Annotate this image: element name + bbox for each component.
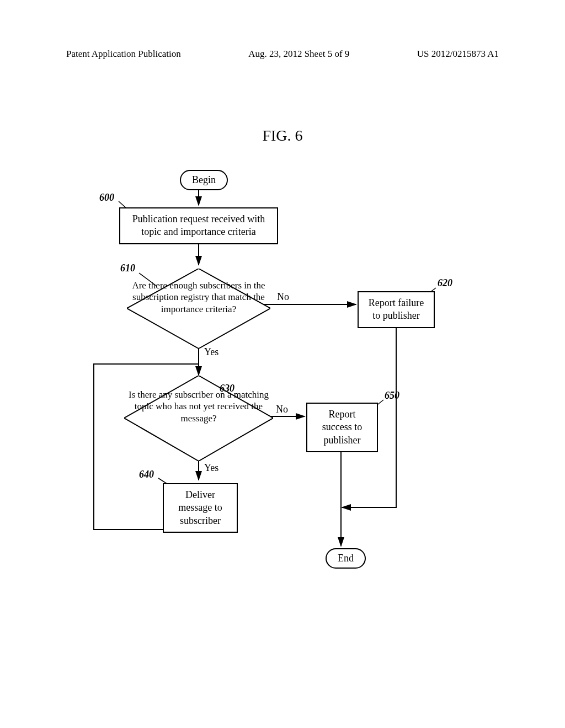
- page-header: Patent Application Publication Aug. 23, …: [0, 49, 565, 60]
- terminal-end: End: [326, 548, 366, 569]
- connectors: [0, 165, 565, 596]
- terminal-begin: Begin: [180, 170, 228, 190]
- header-right: US 2012/0215873 A1: [417, 49, 499, 60]
- header-left: Patent Application Publication: [66, 49, 181, 60]
- label-630-yes: Yes: [204, 462, 218, 474]
- ref-600: 600: [99, 192, 114, 204]
- ref-620: 620: [438, 277, 452, 289]
- decision-610: Are there enough subscribers in the subs…: [127, 273, 270, 315]
- flowchart: Begin Publication request received with …: [0, 165, 565, 596]
- label-610-no: No: [277, 291, 289, 303]
- ref-650: 650: [385, 390, 399, 402]
- ref-610: 610: [120, 263, 135, 274]
- label-610-yes: Yes: [204, 346, 218, 358]
- ref-640: 640: [139, 469, 154, 480]
- process-620: Report failure to publisher: [358, 291, 435, 328]
- process-650: Report success to publisher: [306, 403, 378, 452]
- header-middle: Aug. 23, 2012 Sheet 5 of 9: [248, 49, 349, 60]
- label-630-no: No: [276, 404, 288, 415]
- process-640: Deliver message to subscriber: [163, 483, 238, 533]
- decision-630: Is there any subscriber on a matching to…: [124, 382, 273, 424]
- figure-title: FIG. 6: [0, 127, 565, 144]
- process-600: Publication request received with topic …: [119, 207, 278, 244]
